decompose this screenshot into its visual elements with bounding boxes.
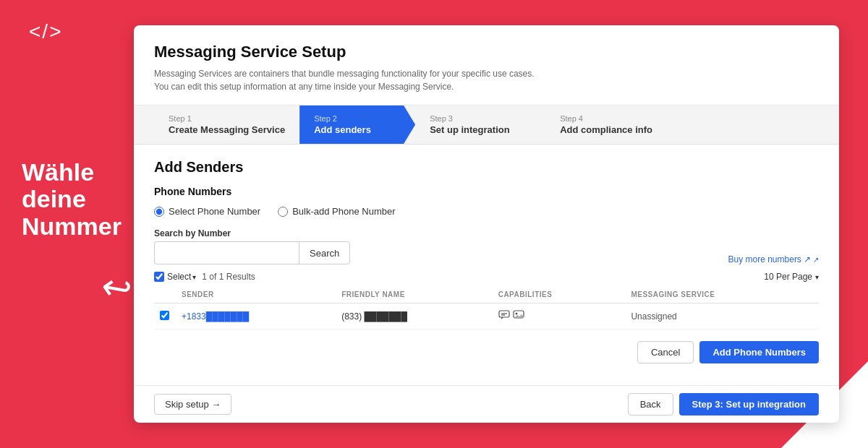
col-friendly-name: FRIENDLY NAME	[336, 286, 492, 303]
step-3-name: Set up integration	[430, 124, 531, 135]
col-checkbox	[154, 286, 176, 303]
per-page-dropdown[interactable]: 10 Per Page	[764, 272, 819, 282]
capabilities-icons	[498, 309, 524, 321]
messaging-service-value: Unassigned	[631, 311, 676, 322]
select-checkbox-area: Select	[154, 272, 196, 282]
card-body: Add Senders Phone Numbers Select Phone N…	[134, 145, 839, 385]
search-input-row: Search	[154, 241, 350, 264]
card-title: Messaging Service Setup	[154, 43, 819, 61]
steps-bar: Step 1 Create Messaging Service Step 2 A…	[134, 105, 839, 145]
step-3[interactable]: Step 3 Set up integration	[415, 105, 545, 144]
row-checkbox-cell	[154, 303, 176, 329]
annotation-arrow: ↪	[98, 265, 135, 311]
friendly-name-value: (833) ███████	[341, 311, 407, 322]
phone-number-radio-group: Select Phone Number Bulk-add Phone Numbe…	[154, 206, 819, 217]
search-row: Search by Number Search Buy more numbers…	[154, 228, 819, 264]
card-subtitle: Messaging Services are containers that b…	[154, 67, 819, 93]
col-capabilities: CAPABILITIES	[493, 286, 626, 303]
step-1-label: Step 1	[169, 114, 285, 123]
step-3-label: Step 3	[430, 114, 531, 123]
svg-point-4	[515, 313, 517, 315]
sender-phone-link[interactable]: +1833███████	[182, 311, 249, 322]
step-4[interactable]: Step 4 Add compliance info	[545, 105, 676, 144]
table-toolbar-left: Select 1 of 1 Results	[154, 272, 255, 282]
row-capabilities-cell	[493, 303, 626, 329]
table-row: +1833███████ (833) ███████	[154, 303, 819, 329]
sms-icon	[498, 309, 510, 321]
select-all-checkbox[interactable]	[154, 272, 164, 282]
select-phone-radio[interactable]	[154, 207, 164, 217]
buy-more-numbers-link[interactable]: Buy more numbers ↗	[728, 254, 820, 264]
bulk-add-label: Bulk-add Phone Number	[292, 206, 395, 217]
table-header-row: SENDER FRIENDLY NAME CAPABILITIES MESSAG…	[154, 286, 819, 303]
results-count: 1 of 1 Results	[202, 272, 255, 282]
next-step-button[interactable]: Step 3: Set up integration	[679, 393, 819, 415]
phone-numbers-title: Phone Numbers	[154, 186, 819, 197]
mms-icon	[513, 309, 524, 321]
select-phone-radio-label[interactable]: Select Phone Number	[154, 206, 260, 217]
phone-numbers-table: SENDER FRIENDLY NAME CAPABILITIES MESSAG…	[154, 286, 819, 329]
row-messaging-service-cell: Unassigned	[625, 303, 819, 329]
col-messaging-service: MESSAGING SERVICE	[625, 286, 819, 303]
back-button[interactable]: Back	[628, 393, 673, 415]
main-footer: Skip setup → Back Step 3: Set up integra…	[134, 385, 839, 423]
bulk-add-radio-label[interactable]: Bulk-add Phone Number	[278, 206, 395, 217]
select-dropdown[interactable]: Select	[167, 272, 196, 282]
search-input[interactable]	[154, 241, 299, 264]
search-button[interactable]: Search	[299, 241, 350, 264]
search-label: Search by Number	[154, 228, 350, 238]
step-1[interactable]: Step 1 Create Messaging Service	[154, 105, 299, 144]
logo: </>	[29, 20, 62, 43]
skip-setup-button[interactable]: Skip setup →	[154, 394, 231, 415]
step-1-name: Create Messaging Service	[169, 124, 285, 135]
step-4-name: Add compliance info	[560, 124, 661, 135]
footer-right-buttons: Back Step 3: Set up integration	[628, 393, 819, 415]
step-2[interactable]: Step 2 Add senders	[299, 105, 415, 144]
cancel-button[interactable]: Cancel	[637, 341, 694, 363]
table-toolbar: Select 1 of 1 Results 10 Per Page	[154, 272, 819, 282]
search-left: Search by Number Search	[154, 228, 350, 264]
step-2-label: Step 2	[314, 114, 389, 123]
row-friendly-name-cell: (833) ███████	[336, 303, 492, 329]
card-header: Messaging Service Setup Messaging Servic…	[134, 25, 839, 105]
bulk-add-radio[interactable]	[278, 207, 288, 217]
annotation-text: Wähle deine Nummer	[22, 159, 137, 240]
step-2-name: Add senders	[314, 124, 389, 135]
add-senders-title: Add Senders	[154, 159, 819, 176]
action-buttons: Cancel Add Phone Numbers	[154, 341, 819, 363]
col-sender: SENDER	[176, 286, 336, 303]
main-card: Messaging Service Setup Messaging Servic…	[134, 25, 839, 423]
row-checkbox[interactable]	[160, 311, 169, 320]
add-phone-numbers-button[interactable]: Add Phone Numbers	[699, 341, 819, 363]
step-4-label: Step 4	[560, 114, 661, 123]
select-phone-label: Select Phone Number	[169, 206, 260, 217]
row-sender-cell: +1833███████	[176, 303, 336, 329]
